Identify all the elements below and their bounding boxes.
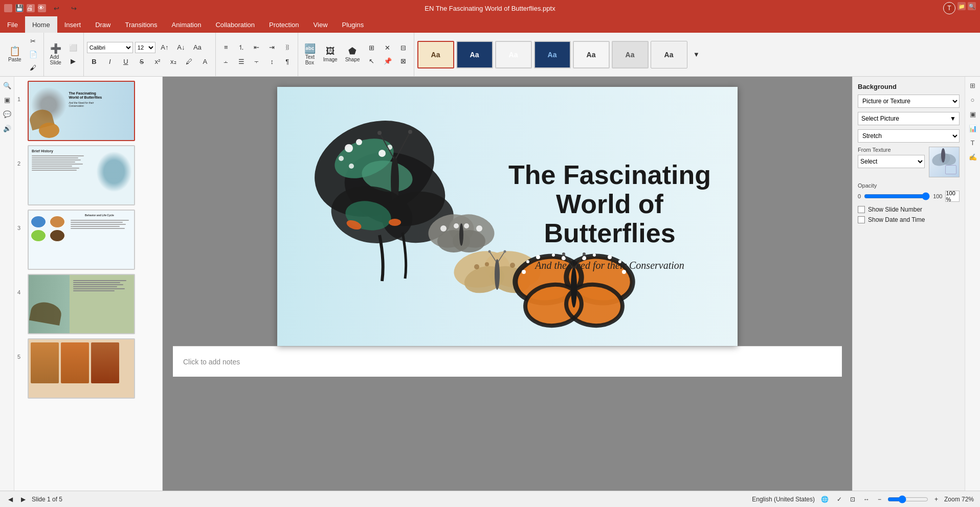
print-preview-icon[interactable]: 👁 [38,4,46,12]
from-texture-select[interactable]: Select [858,155,925,168]
theme-5[interactable]: Aa [573,41,610,68]
paragraph-settings-button[interactable]: ¶ [280,56,295,68]
tab-insert[interactable]: Insert [57,16,88,33]
search-icon[interactable]: 🔍 [968,2,976,10]
shape-button[interactable]: ⬟ Shape [342,44,363,64]
slide-thumb-5[interactable] [28,338,135,399]
fit-page-icon[interactable]: ⊡ [848,495,857,504]
notes-bar[interactable]: Click to add notes [173,346,842,377]
slide-item-5[interactable]: 5 [17,338,159,399]
folder-icon[interactable]: 📁 [957,2,966,10]
user-avatar[interactable]: T [943,2,955,14]
font-style-button[interactable]: Aa [190,41,205,54]
font-size-select[interactable]: 12 [135,42,155,53]
theme-2[interactable]: Aa [456,41,493,68]
language-globe-icon[interactable]: 🌐 [819,495,831,504]
show-date-time-checkbox[interactable] [858,216,865,223]
slide-item-1[interactable]: 1 The FascinatingWorld of Butterflies An… [17,81,159,141]
text-box-button[interactable]: 🔤 TextBox [301,42,319,67]
signature-icon[interactable]: ✍ [967,151,978,163]
copy-button[interactable]: 📄 [26,49,40,61]
slide-thumb-1[interactable]: The FascinatingWorld of Butterflies And … [28,81,135,141]
zoom-slider[interactable] [887,495,928,503]
tab-home[interactable]: Home [25,16,57,33]
print-icon[interactable]: 🖨 [27,4,35,12]
save-icon[interactable]: 💾 [15,4,24,12]
stretch-select[interactable]: Stretch [858,129,960,143]
clear-format-button[interactable]: ✕ [381,42,395,54]
bold-button[interactable]: B [87,56,101,68]
arrange-button[interactable]: ⊞ [365,42,379,54]
app-icon[interactable] [4,4,12,12]
slides-panel-icon[interactable]: ▣ [2,94,13,105]
theme-7[interactable]: Aa [651,41,687,68]
tab-collaboration[interactable]: Collaboration [208,16,262,33]
comments-icon[interactable]: 💬 [2,108,13,120]
tab-protection[interactable]: Protection [262,16,306,33]
align-left-button[interactable]: ⫠ [219,56,233,68]
font-size-increase-button[interactable]: A↑ [158,41,172,54]
show-slide-number-row[interactable]: Show Slide Number [858,206,960,213]
subscript-button[interactable]: x₂ [166,56,181,68]
add-slide-button[interactable]: ➕ AddSlide [47,42,64,67]
slide-title-area[interactable]: The Fascinating World of Butterflies And… [502,160,717,273]
tab-animation[interactable]: Animation [165,16,209,33]
zoom-in-icon[interactable]: + [932,495,940,504]
columns-button[interactable]: ⧚ [280,41,295,54]
background-type-select[interactable]: Picture or Texture [858,95,960,108]
font-size-decrease-button[interactable]: A↓ [174,41,188,54]
decrease-indent-button[interactable]: ⇤ [250,41,264,54]
slide-thumb-2[interactable]: Brief History [28,145,135,205]
more-themes-button[interactable]: ▼ [689,49,704,61]
italic-button[interactable]: I [103,56,117,68]
properties-icon[interactable]: ⊞ [967,80,978,91]
bullets-button[interactable]: ≡ [219,41,233,54]
slide-item-2[interactable]: 2 Brief History [17,145,159,205]
slide-item-3[interactable]: 3 Behavior and Life Cycle [17,210,159,270]
slide-thumb-4[interactable] [28,274,135,334]
show-date-time-row[interactable]: Show Date and Time [858,216,960,223]
highlight-button[interactable]: 🖊 [182,56,196,68]
theme-6[interactable]: Aa [612,41,649,68]
select-button[interactable]: ↖ [365,55,379,67]
zoom-out-icon[interactable]: − [876,495,883,504]
tab-plugins[interactable]: Plugins [335,16,371,33]
slide-item-4[interactable]: 4 [17,274,159,334]
slide-editor[interactable]: The Fascinating World of Butterflies And… [163,77,852,491]
slide-layout-button[interactable]: ⬜ [66,42,80,54]
image-button[interactable]: 🖼 Image [320,44,341,64]
align-center-button[interactable]: ☰ [234,56,249,68]
spell-check-icon[interactable]: ✓ [835,495,844,504]
show-slide-number-checkbox[interactable] [858,206,865,213]
clone-button[interactable]: 📌 [381,55,395,67]
theme-3[interactable]: Aa [495,41,532,68]
align-group-button[interactable]: ⊟ [396,42,411,54]
tab-file[interactable]: File [0,16,25,33]
chart-icon[interactable]: 📊 [967,123,978,134]
slide-nav-prev[interactable]: ◀ [6,495,15,504]
theme-4[interactable]: Aa [534,41,571,68]
tab-view[interactable]: View [306,16,335,33]
speaker-icon[interactable]: 🔊 [2,123,13,134]
tab-draw[interactable]: Draw [88,16,118,33]
increase-indent-button[interactable]: ⇥ [265,41,279,54]
select-picture-button[interactable]: Select Picture ▼ [858,112,960,125]
find-icon[interactable]: 🔍 [2,80,13,91]
theme-1[interactable]: Aa [417,41,454,68]
undo-button[interactable]: ↩ [49,2,63,14]
slide-thumb-3[interactable]: Behavior and Life Cycle [28,210,135,270]
line-spacing-button[interactable]: ↕ [265,56,279,68]
cut-button[interactable]: ✂ [26,35,40,48]
strikethrough-button[interactable]: S̶ [135,56,149,68]
slide-nav-next[interactable]: ▶ [19,495,28,504]
redo-button[interactable]: ↪ [66,2,81,14]
fit-width-icon[interactable]: ↔ [861,495,872,504]
superscript-button[interactable]: x² [150,56,165,68]
underline-button[interactable]: U [119,56,133,68]
text-icon[interactable]: T [967,137,978,148]
opacity-slider[interactable] [864,193,930,200]
distribute-button[interactable]: ⊠ [396,55,411,67]
font-color-button[interactable]: A [198,56,212,68]
align-right-button[interactable]: ⫟ [250,56,264,68]
font-family-select[interactable]: Calibri [87,42,133,53]
